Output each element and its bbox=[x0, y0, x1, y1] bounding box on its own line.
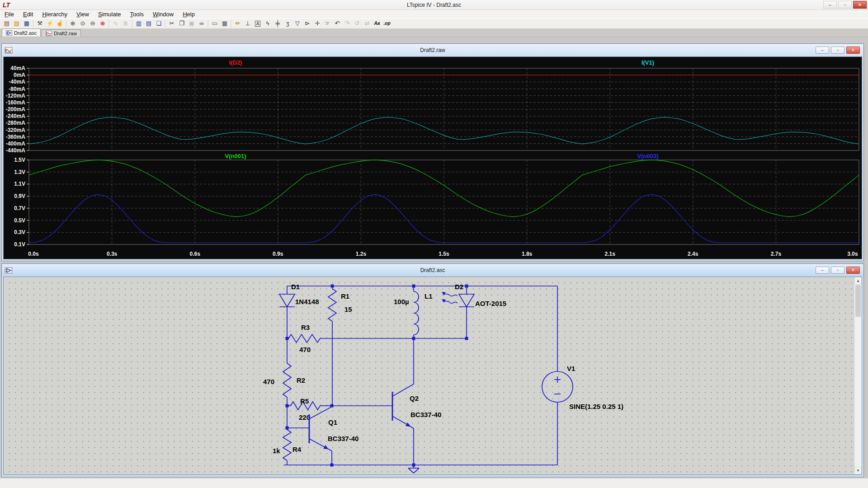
menu-edit[interactable]: Edit bbox=[19, 10, 38, 18]
menu-tools[interactable]: Tools bbox=[126, 10, 148, 18]
component-R2[interactable] bbox=[283, 363, 291, 397]
app-maximize-button[interactable]: ▫ bbox=[838, 1, 852, 9]
toolbar-new-schematic-icon[interactable]: ▤ bbox=[2, 19, 12, 28]
toolbar-mirror-icon[interactable]: ⇄ bbox=[362, 19, 372, 28]
label-R5[interactable]: R5 bbox=[300, 397, 309, 405]
app-close-button[interactable]: ✕ bbox=[853, 1, 867, 9]
toolbar-view-netlist-icon[interactable]: ≣ bbox=[121, 19, 131, 28]
label-Q1[interactable]: Q1 bbox=[328, 418, 337, 426]
value-R1[interactable]: 15 bbox=[344, 305, 352, 313]
toolbar-move-icon[interactable]: ✛ bbox=[312, 19, 322, 28]
toolbar-capacitor-icon[interactable]: ╪ bbox=[273, 19, 283, 28]
waveform-close-button[interactable]: ✕ bbox=[846, 47, 860, 54]
toolbar-undo-icon[interactable]: ↶ bbox=[332, 19, 342, 28]
component-R1[interactable] bbox=[328, 289, 336, 321]
value-R3[interactable]: 470 bbox=[299, 346, 311, 353]
label-R4[interactable]: R4 bbox=[292, 446, 302, 453]
toolbar-tile-vertical-icon[interactable]: ▥ bbox=[134, 19, 144, 28]
toolbar-diode-icon[interactable]: ▽ bbox=[292, 19, 302, 28]
label-Q2[interactable]: Q2 bbox=[410, 394, 419, 402]
toolbar-drag-icon[interactable]: ☞ bbox=[322, 19, 332, 28]
toolbar-copy-icon[interactable]: ❐ bbox=[177, 19, 187, 28]
value-L1[interactable]: 100µ bbox=[394, 298, 409, 305]
waveform-window-titlebar[interactable]: Draft2.raw – ▫ ✕ bbox=[2, 44, 863, 56]
toolbar-component-icon[interactable]: ⊳ bbox=[302, 19, 312, 28]
scroll-up-icon[interactable]: ▲ bbox=[854, 277, 862, 285]
toolbar-net-label-icon[interactable]: A bbox=[253, 19, 263, 28]
scroll-down-icon[interactable]: ▼ bbox=[854, 467, 862, 474]
label-L1[interactable]: L1 bbox=[425, 292, 433, 300]
toolbar-inductor-icon[interactable]: ʒ bbox=[283, 19, 292, 28]
toolbar-resistor-icon[interactable]: ϟ bbox=[263, 19, 273, 28]
toolbar-zoom-area-icon[interactable]: ⊙ bbox=[78, 19, 88, 28]
label-V1[interactable]: V1 bbox=[567, 365, 575, 372]
ground-symbol[interactable] bbox=[408, 465, 419, 473]
toolbar-wire-icon[interactable]: ✏ bbox=[233, 19, 243, 28]
toolbar-zoom-in-icon[interactable]: ⊕ bbox=[68, 19, 78, 28]
toolbar-tile-horizontal-icon[interactable]: ▤ bbox=[144, 19, 154, 28]
component-Q1[interactable] bbox=[309, 407, 332, 451]
schematic-vertical-scrollbar[interactable]: ▲ ▼ bbox=[854, 277, 862, 474]
toolbar-find-icon[interactable]: ∞ bbox=[197, 19, 207, 28]
component-L1[interactable] bbox=[414, 291, 419, 335]
schematic-canvas[interactable]: R115R3470R2470R5220R41kD11N4148D2AOT-201… bbox=[4, 277, 855, 474]
trace-label-id2[interactable]: I(D2) bbox=[229, 59, 242, 66]
toolbar-ground-icon[interactable]: ⊥ bbox=[243, 19, 253, 28]
menu-help[interactable]: Help bbox=[178, 10, 199, 18]
toolbar-halt-icon[interactable]: ☝ bbox=[55, 19, 65, 28]
value-D1[interactable]: 1N4148 bbox=[295, 298, 319, 305]
toolbar-zoom-extents-icon[interactable]: ⊗ bbox=[98, 19, 108, 28]
toolbar-plot-settings-icon[interactable]: ∿ bbox=[111, 19, 121, 28]
toolbar-run-icon[interactable]: ⚡ bbox=[45, 19, 55, 28]
waveform-minimize-button[interactable]: – bbox=[816, 47, 829, 54]
toolbar-cascade-icon[interactable]: ❏ bbox=[154, 19, 164, 28]
tab-draft2-raw[interactable]: Draft2.raw bbox=[42, 29, 81, 37]
toolbar-open-icon[interactable]: ▨ bbox=[12, 19, 22, 28]
label-R3[interactable]: R3 bbox=[301, 324, 310, 331]
app-minimize-button[interactable]: – bbox=[823, 1, 837, 9]
component-V1[interactable] bbox=[542, 371, 573, 402]
value-D2[interactable]: AOT-2015 bbox=[475, 300, 506, 307]
schematic-restore-button[interactable]: ▫ bbox=[831, 267, 844, 274]
menu-file[interactable]: File bbox=[0, 10, 19, 18]
toolbar-zoom-out-icon[interactable]: ⊖ bbox=[88, 19, 98, 28]
toolbar-text-icon[interactable]: Aa bbox=[372, 19, 382, 28]
toolbar-control-panel-icon[interactable]: ⚒ bbox=[35, 19, 45, 28]
toolbar-cut-icon[interactable]: ✂ bbox=[167, 19, 177, 28]
value-Q1[interactable]: BC337-40 bbox=[328, 435, 359, 442]
waveform-plot-area[interactable]: 40mA0mA-40mA-80mA-120mA-160mA-200mA-240m… bbox=[3, 56, 862, 259]
trace-label-vn001[interactable]: V(n001) bbox=[225, 153, 246, 160]
trace-label-iv1[interactable]: I(V1) bbox=[642, 59, 654, 66]
schematic-window-titlebar[interactable]: Draft2.asc – ▫ ✕ bbox=[2, 264, 863, 277]
label-R1[interactable]: R1 bbox=[341, 292, 349, 300]
toolbar-save-icon[interactable]: ▦ bbox=[22, 19, 32, 28]
scroll-thumb[interactable] bbox=[855, 285, 861, 317]
value-Q2[interactable]: BC337-40 bbox=[410, 411, 441, 418]
component-D2[interactable] bbox=[442, 292, 474, 307]
component-R4[interactable] bbox=[283, 430, 291, 460]
label-D1[interactable]: D1 bbox=[291, 283, 300, 291]
tab-draft2-asc[interactable]: Draft2.asc bbox=[2, 28, 41, 37]
schematic-close-button[interactable]: ✕ bbox=[846, 267, 860, 274]
label-D2[interactable]: D2 bbox=[455, 283, 463, 291]
waveform-restore-button[interactable]: ▫ bbox=[831, 47, 844, 54]
toolbar-rotate-icon[interactable]: ↺ bbox=[352, 19, 362, 28]
component-Q2[interactable] bbox=[392, 384, 414, 428]
value-V1[interactable]: SINE(1.25 0.25 1) bbox=[569, 403, 623, 410]
toolbar-paste-icon[interactable]: ▣ bbox=[187, 19, 197, 28]
component-D1[interactable] bbox=[279, 294, 295, 307]
value-R2[interactable]: 470 bbox=[263, 378, 274, 385]
menu-hierarchy[interactable]: Hierarchy bbox=[38, 10, 72, 18]
toolbar-spice-directive-icon[interactable]: .op bbox=[382, 19, 392, 28]
trace-label-vn003[interactable]: V(n003) bbox=[637, 153, 659, 160]
value-R4[interactable]: 1k bbox=[273, 447, 280, 455]
component-R3[interactable] bbox=[288, 334, 320, 343]
toolbar-redo-icon[interactable]: ↷ bbox=[342, 19, 352, 28]
menu-window[interactable]: Window bbox=[148, 10, 178, 18]
toolbar-print-icon[interactable]: ▦ bbox=[220, 19, 230, 28]
value-R5[interactable]: 220 bbox=[299, 413, 310, 421]
menu-view[interactable]: View bbox=[72, 10, 94, 18]
toolbar-print-preview-icon[interactable]: ▭ bbox=[210, 19, 220, 28]
menu-simulate[interactable]: Simulate bbox=[94, 10, 126, 18]
schematic-minimize-button[interactable]: – bbox=[816, 267, 829, 274]
